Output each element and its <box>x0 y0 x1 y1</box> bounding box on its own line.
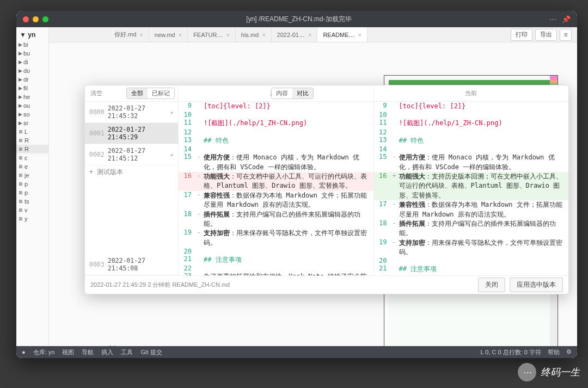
status-dot: ● <box>22 349 26 355</box>
settings-icon[interactable]: ⚙ <box>566 348 572 356</box>
diff-line: 11![截图](./help/1_ZH-CN.png) <box>374 119 569 128</box>
diff-line: 13## 特色 <box>374 136 569 145</box>
diff-line: 16+功能强大：支持历史版本回溯；可在文档中嵌入小工具、可运行的代码块、表格、P… <box>374 172 569 200</box>
sidebar-root[interactable]: ▼ yn <box>16 29 48 40</box>
sidebar-item[interactable]: ▶fil <box>16 84 48 93</box>
status-repo[interactable]: 仓库: yn <box>33 348 55 356</box>
sidebar-item[interactable]: 🗎je <box>16 171 48 180</box>
add-test-version-button[interactable]: + 测试版本 <box>85 165 178 179</box>
status-nav[interactable]: 导航 <box>82 348 94 356</box>
tab-bar: 你好.md×new.md×FEATUR…×his.md×2022-01…×REA… <box>49 27 577 42</box>
sidebar-item[interactable]: ▶di <box>16 58 48 66</box>
history-item[interactable]: 00002022-01-27 21:45:32★ <box>85 102 178 123</box>
status-position: L 0, C 0 总行数: 0 字符 <box>481 348 541 356</box>
sidebar-item[interactable]: ▶bu <box>16 49 48 58</box>
diff-line: 15-使用方便：使用 Monaco 内核，专为 Markdown 优化，拥有和 … <box>374 153 569 172</box>
watermark-text: 终码一生 <box>541 366 580 379</box>
diff-line: 9[toc]{level: [2]} <box>179 102 373 111</box>
diff-line: 13## 特色 <box>179 136 373 145</box>
pin-icon[interactable]: 📌 <box>562 15 571 23</box>
diff-line: 21## 注意事项 <box>179 255 373 264</box>
sidebar-item[interactable]: 🗎e <box>16 162 48 171</box>
star-icon[interactable]: ★ <box>170 108 174 116</box>
sidebar-item[interactable]: 🗎p <box>16 188 48 197</box>
titlebar: [yn] /README_ZH-CN.md-加载完毕 ⋯ 📌 <box>16 11 577 27</box>
diff-line: 19-支持加密：用来保存账号等隐私文件，文件可单独设置密码。 <box>374 238 569 257</box>
history-item[interactable]: 00012022-01-27 21:45:29 <box>85 123 178 144</box>
diff-line: 10 <box>179 111 373 119</box>
diff-line: 10 <box>374 111 569 119</box>
tab-close-icon[interactable]: × <box>139 32 143 38</box>
close-button[interactable]: 关闭 <box>478 278 505 292</box>
menu-icon[interactable]: ⋯ <box>549 15 556 23</box>
diff-left-pane[interactable]: 9[toc]{level: [2]}1011![截图](./help/1_ZH-… <box>179 102 374 275</box>
tab-close-icon[interactable]: × <box>262 32 265 38</box>
sidebar-item[interactable]: ▶ou <box>16 101 48 110</box>
tab[interactable]: 2022-01…× <box>272 27 318 42</box>
filter-all-button[interactable]: 全部 <box>127 88 148 98</box>
diff-line: 14 <box>179 145 373 153</box>
diff-right-pane[interactable]: 9[toc]{level: [2]}1011![截图](./help/1_ZH-… <box>374 102 569 275</box>
diff-line: 22 <box>179 264 373 272</box>
print-button[interactable]: 打印 <box>511 29 532 41</box>
status-view[interactable]: 视图 <box>62 348 74 356</box>
tab[interactable]: 你好.md× <box>109 27 149 42</box>
sidebar-item[interactable]: 🗎y <box>16 214 48 223</box>
app-window: [yn] /README_ZH-CN.md-加载完毕 ⋯ 📌 ▼ yn ▶bi▶… <box>16 11 577 358</box>
tab-close-icon[interactable]: × <box>226 32 229 38</box>
sidebar-item[interactable]: ▶he <box>16 93 48 101</box>
editor-background: 2021## 注意事项22 <box>103 344 164 346</box>
diff-line: 18-插件拓展：支持用户编写自己的插件来拓展编辑器的功能。 <box>179 210 373 229</box>
watermark: ⋯ 终码一生 <box>518 363 580 381</box>
sidebar-item[interactable]: 🗎c <box>16 153 48 162</box>
tab[interactable]: his.md× <box>236 27 272 42</box>
tab[interactable]: new.md× <box>149 27 188 42</box>
tab-close-icon[interactable]: × <box>179 32 182 38</box>
sidebar-item[interactable]: ▶dr <box>16 75 48 84</box>
sidebar-item[interactable]: 🗎p <box>16 180 48 188</box>
filter-marked-button[interactable]: 已标记 <box>148 88 174 98</box>
maximize-icon[interactable] <box>42 16 48 22</box>
content-view-button[interactable]: 内容 <box>272 88 292 98</box>
tab[interactable]: README…× <box>317 27 367 42</box>
tab-close-icon[interactable]: × <box>358 32 361 38</box>
diff-line: 20 <box>374 257 569 264</box>
sidebar-item[interactable]: 🗎L <box>16 127 48 136</box>
window-controls <box>23 16 48 22</box>
sidebar-item[interactable]: 🗎R <box>16 136 48 145</box>
history-diff-modal: 清空 全部 已标记 历史 内容 对比 <box>84 85 569 294</box>
status-tool[interactable]: 工具 <box>121 348 133 356</box>
watermark-logo: ⋯ <box>518 363 536 381</box>
diff-line: 18-插件拓展：支持用户编写自己的插件来拓展编辑器的功能。 <box>374 219 569 238</box>
status-insert[interactable]: 插入 <box>101 348 113 356</box>
diff-line: 14 <box>374 145 569 153</box>
status-help[interactable]: 帮助 <box>548 348 560 356</box>
minimize-icon[interactable] <box>33 16 39 22</box>
star-icon[interactable]: ★ <box>170 151 174 158</box>
apply-version-button[interactable]: 应用选中版本 <box>510 278 563 292</box>
export-button[interactable]: 导出 <box>535 29 557 41</box>
sidebar-item[interactable]: 🗎R <box>16 145 48 153</box>
tab-close-icon[interactable]: × <box>308 32 311 38</box>
close-icon[interactable] <box>23 16 29 22</box>
history-item[interactable]: 00032022-01-27 21:45:08 <box>85 254 178 275</box>
window-title: [yn] /README_ZH-CN.md-加载完毕 <box>48 15 549 24</box>
diff-line: 12 <box>374 128 569 136</box>
sidebar-item[interactable]: 🗎v <box>16 206 48 214</box>
sidebar-item[interactable]: ▶bi <box>16 40 48 49</box>
sidebar-item[interactable]: 🗎ts <box>16 197 48 206</box>
diff-line: 15-使用方便：使用 Monaco 内核，专为 Markdown 优化，拥有和 … <box>179 153 373 172</box>
sidebar-item[interactable]: ▶so <box>16 110 48 119</box>
sidebar-item[interactable]: ▶sr <box>16 119 48 127</box>
diff-line: 17-兼容性强：数据保存为本地 Markdown 文件；拓展功能尽量用 Mark… <box>374 200 569 219</box>
diff-line: 19-支持加密：用来保存账号等隐私文件，文件可单独设置密码。 <box>179 229 373 248</box>
sidebar-item[interactable]: ▶do <box>16 66 48 75</box>
diff-view-button[interactable]: 对比 <box>292 88 313 98</box>
clear-history-button[interactable]: 清空 <box>85 89 108 97</box>
diff-line: 21## 注意事项 <box>374 264 569 274</box>
list-icon[interactable]: ≡ <box>560 29 572 41</box>
diff-line: 9[toc]{level: [2]} <box>374 102 569 111</box>
tab[interactable]: FEATUR…× <box>188 27 236 42</box>
history-item[interactable]: 00022022-01-27 21:45:12★ <box>85 144 178 165</box>
status-git[interactable]: Git 提交 <box>140 348 162 356</box>
